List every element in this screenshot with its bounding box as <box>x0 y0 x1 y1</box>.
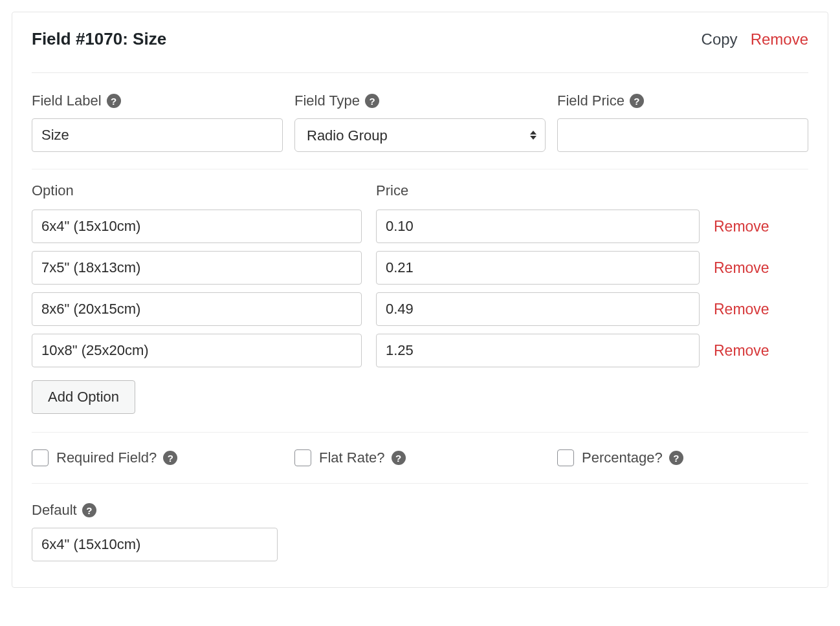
field-price-group: Field Price ? <box>557 92 808 152</box>
card-title: Field #1070: Size <box>32 29 166 49</box>
field-label-group: Field Label ? <box>32 92 283 152</box>
price-column-header: Price <box>376 182 700 199</box>
help-icon[interactable]: ? <box>163 451 177 465</box>
field-price-title: Field Price ? <box>557 92 808 109</box>
help-icon[interactable]: ? <box>630 94 644 108</box>
checks-section: Required Field? ? Flat Rate? ? Percentag… <box>32 432 808 484</box>
header-actions: Copy Remove <box>702 30 808 49</box>
option-price-input[interactable] <box>376 292 700 326</box>
percentage-group: Percentage? ? <box>557 449 808 466</box>
option-price-input[interactable] <box>376 251 700 285</box>
remove-field-button[interactable]: Remove <box>751 30 808 49</box>
required-field-group: Required Field? ? <box>32 449 283 466</box>
option-name-input[interactable] <box>32 292 362 326</box>
option-row: Remove <box>32 251 808 285</box>
option-price-input[interactable] <box>376 334 700 367</box>
remove-option-button[interactable]: Remove <box>714 301 808 318</box>
field-price-text: Field Price <box>557 92 624 109</box>
option-name-input[interactable] <box>32 334 362 367</box>
flat-rate-group: Flat Rate? ? <box>294 449 546 466</box>
flat-rate-checkbox[interactable] <box>294 449 311 466</box>
flat-rate-label: Flat Rate? ? <box>319 449 406 466</box>
field-label-title: Field Label ? <box>32 92 283 109</box>
help-icon[interactable]: ? <box>669 451 683 465</box>
add-option-button[interactable]: Add Option <box>32 380 135 414</box>
field-type-title: Field Type ? <box>294 92 546 109</box>
required-field-label: Required Field? ? <box>56 449 177 466</box>
option-column-header: Option <box>32 182 362 199</box>
percentage-checkbox[interactable] <box>557 449 574 466</box>
option-name-input[interactable] <box>32 251 362 285</box>
copy-button[interactable]: Copy <box>702 30 738 49</box>
field-type-group: Field Type ? Radio Group <box>294 92 546 152</box>
remove-option-button[interactable]: Remove <box>714 259 808 277</box>
option-row: Remove <box>32 334 808 367</box>
remove-option-button[interactable]: Remove <box>714 218 808 235</box>
option-price-input[interactable] <box>376 210 700 243</box>
default-input[interactable] <box>32 528 278 561</box>
field-label-input[interactable] <box>32 118 283 152</box>
help-icon[interactable]: ? <box>392 451 406 465</box>
required-field-checkbox[interactable] <box>32 449 49 466</box>
option-row: Remove <box>32 210 808 243</box>
help-icon[interactable]: ? <box>365 94 379 108</box>
default-section: Default ? <box>32 484 808 561</box>
field-type-select[interactable]: Radio Group <box>294 118 546 152</box>
field-properties-row: Field Label ? Field Type ? Radio Group <box>32 73 808 169</box>
remove-option-button[interactable]: Remove <box>714 342 808 360</box>
field-type-select-wrap: Radio Group <box>294 118 546 152</box>
field-type-text: Field Type <box>294 92 360 109</box>
options-header: Option Price <box>32 182 808 199</box>
card-header: Field #1070: Size Copy Remove <box>32 29 808 73</box>
help-icon[interactable]: ? <box>107 94 121 108</box>
option-row: Remove <box>32 292 808 326</box>
help-icon[interactable]: ? <box>82 503 96 517</box>
field-editor-card: Field #1070: Size Copy Remove Field Labe… <box>12 12 828 588</box>
field-price-input[interactable] <box>557 118 808 152</box>
default-title: Default ? <box>32 502 808 519</box>
add-option-row: Add Option <box>32 380 808 432</box>
options-section: Option Price Remove Remove Remove Remove… <box>32 169 808 432</box>
field-label-text: Field Label <box>32 92 102 109</box>
percentage-label: Percentage? ? <box>582 449 683 466</box>
option-name-input[interactable] <box>32 210 362 243</box>
